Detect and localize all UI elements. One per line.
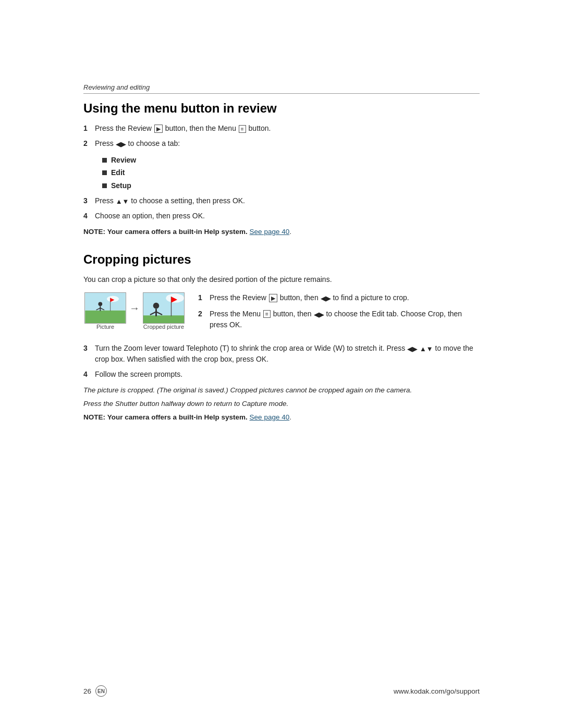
section1-steps2: 3 Press ▲▼ to choose a setting, then pre… <box>83 195 480 221</box>
crop-step-4-num: 4 <box>83 369 95 380</box>
arrow-symbol: → <box>129 292 140 324</box>
crop-step-4: 4 Follow the screen prompts. <box>83 369 480 380</box>
section-label: Reviewing and editing <box>83 83 480 91</box>
crop-step-2: 2 Press the Menu ≡ button, then ◀▶ to ch… <box>198 309 480 330</box>
crop-steps-1-2: 1 Press the Review ▶ button, then ◀▶ to … <box>198 292 480 336</box>
bullet-review-label: Review <box>111 154 136 166</box>
image-label-right: Cropped picture <box>143 324 185 330</box>
crop-step-3-num: 3 <box>83 343 95 354</box>
top-rule <box>83 93 480 94</box>
img-labels-row: Picture Cropped picture <box>83 324 186 330</box>
section2-intro: You can crop a picture so that only the … <box>83 274 480 285</box>
svg-rect-0 <box>85 293 125 311</box>
crop-step-1-num: 1 <box>198 292 210 303</box>
en-badge: EN <box>95 685 107 697</box>
crop-step-3-content: Turn the Zoom lever toward Telephoto (T)… <box>95 343 480 365</box>
step-1-content: Press the Review ▶ button, then the Menu… <box>95 123 480 134</box>
crop-images-row: → <box>84 292 185 324</box>
bullet-sq-icon <box>102 158 107 163</box>
step-3-content: Press ▲▼ to choose a setting, then press… <box>95 195 480 206</box>
lr-arrow-icon2: ◀▶ <box>321 294 331 302</box>
step-1-num: 1 <box>83 123 95 134</box>
note-bold-text: Your camera offers a built-in Help syste… <box>107 228 248 236</box>
section2-note: NOTE: Your camera offers a built-in Help… <box>83 412 480 423</box>
step-2: 2 Press ◀▶ to choose a tab: <box>83 138 480 149</box>
bullet-setup: Setup <box>102 180 480 191</box>
step-3: 3 Press ▲▼ to choose a setting, then pre… <box>83 195 480 206</box>
crop-step-4-content: Follow the screen prompts. <box>95 369 480 380</box>
page: Reviewing and editing Using the menu but… <box>0 0 563 728</box>
page-number: 26 <box>83 687 91 695</box>
review-btn-icon: ▶ <box>269 294 277 302</box>
note2-bold-text: Your camera offers a built-in Help syste… <box>107 413 248 421</box>
bullet-sq-icon <box>102 170 107 175</box>
svg-point-14 <box>153 302 160 309</box>
lr-arrow-icon: ◀▶ <box>116 140 126 148</box>
bullet-edit-label: Edit <box>111 167 125 178</box>
section2-title: Cropping pictures <box>83 252 480 267</box>
svg-point-11 <box>166 293 184 302</box>
content-area: Reviewing and editing Using the menu but… <box>83 0 480 468</box>
section1-steps: 1 Press the Review ▶ button, then the Me… <box>83 123 480 149</box>
step-4-num: 4 <box>83 211 95 221</box>
svg-point-5 <box>98 302 102 306</box>
page-footer: 26 EN www.kodak.com/go/support <box>0 685 563 697</box>
bullet-list: Review Edit Setup <box>102 154 480 191</box>
note2-label: NOTE: <box>83 413 105 421</box>
cropped-picture <box>143 292 185 324</box>
italic-note-1: The picture is cropped. (The original is… <box>83 385 480 396</box>
section1-note: NOTE: Your camera offers a built-in Help… <box>83 227 480 237</box>
section-using-menu: Using the menu button in review 1 Press … <box>83 101 480 238</box>
note2-link[interactable]: See page 40. <box>250 413 291 421</box>
svg-rect-1 <box>85 310 125 323</box>
svg-rect-10 <box>143 315 184 323</box>
footer-left: 26 EN <box>83 685 107 697</box>
lr-arrow-icon3: ◀▶ <box>314 310 324 318</box>
ud-arrow-icon2: ▲▼ <box>420 344 433 352</box>
section-cropping: Cropping pictures You can crop a picture… <box>83 252 480 423</box>
step-2-content: Press ◀▶ to choose a tab: <box>95 138 480 149</box>
section1-title: Using the menu button in review <box>83 101 480 116</box>
original-picture <box>84 292 126 324</box>
note-label: NOTE: <box>83 228 105 236</box>
crop-step-2-num: 2 <box>198 309 210 319</box>
step-4: 4 Choose an option, then press OK. <box>83 211 480 221</box>
image-label-left: Picture <box>84 324 126 330</box>
step-1: 1 Press the Review ▶ button, then the Me… <box>83 123 480 134</box>
menu-icon: ≡ <box>239 125 246 133</box>
italic-note-2: Press the Shutter button halfway down to… <box>83 399 480 409</box>
crop-images: → <box>83 292 186 330</box>
menu-btn-icon2: ≡ <box>263 310 271 318</box>
lr-arrow-icon4: ◀▶ <box>407 344 418 352</box>
crop-step-1: 1 Press the Review ▶ button, then ◀▶ to … <box>198 292 480 303</box>
crop-demo-row: → <box>83 292 480 336</box>
crop-step-3-list: 3 Turn the Zoom lever toward Telephoto (… <box>83 343 480 380</box>
crop-step-list-1-2: 1 Press the Review ▶ button, then ◀▶ to … <box>198 292 480 330</box>
step-4-content: Choose an option, then press OK. <box>95 211 480 221</box>
footer-website: www.kodak.com/go/support <box>394 687 480 695</box>
bullet-sq-icon <box>102 183 107 188</box>
bullet-review: Review <box>102 154 480 166</box>
step-2-num: 2 <box>83 138 95 149</box>
review-icon: ▶ <box>154 125 163 133</box>
step-3-num: 3 <box>83 195 95 206</box>
crop-step-2-content: Press the Menu ≡ button, then ◀▶ to choo… <box>210 309 480 330</box>
note-link[interactable]: See page 40. <box>250 228 291 236</box>
crop-step-3: 3 Turn the Zoom lever toward Telephoto (… <box>83 343 480 365</box>
ud-arrow-icon: ▲▼ <box>116 198 129 205</box>
bullet-edit: Edit <box>102 167 480 178</box>
crop-step-1-content: Press the Review ▶ button, then ◀▶ to fi… <box>210 292 480 303</box>
bullet-setup-label: Setup <box>111 180 131 191</box>
svg-point-2 <box>107 295 119 302</box>
